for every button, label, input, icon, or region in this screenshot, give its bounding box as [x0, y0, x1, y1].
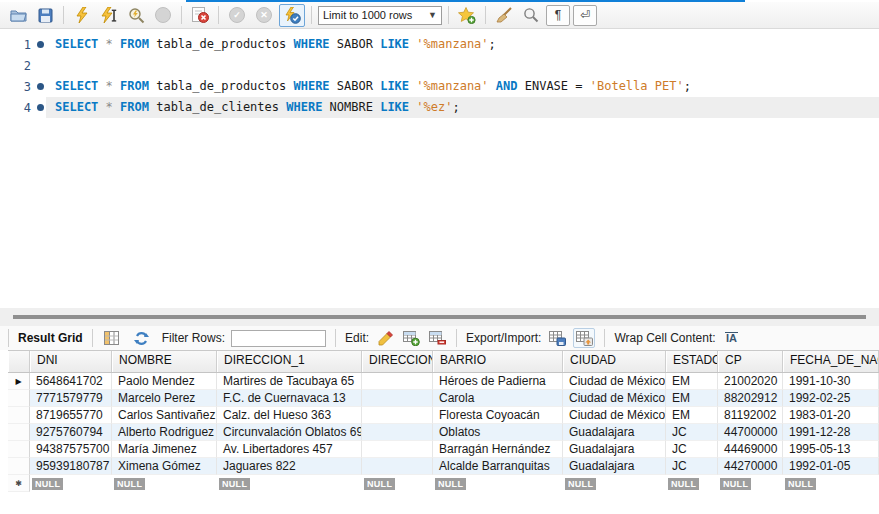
table-cell[interactable]: Ciudad de México	[563, 373, 666, 390]
table-cell[interactable]	[362, 373, 433, 390]
commit-button[interactable]: ✓	[225, 5, 249, 26]
table-cell[interactable]: JC	[666, 458, 718, 475]
stop-query-button[interactable]	[151, 5, 175, 26]
table-row[interactable]: 9275760794Alberto RodriguezCircunvalació…	[8, 424, 879, 441]
editor-line-text[interactable]	[46, 55, 879, 76]
table-cell[interactable]: NULL	[362, 475, 433, 492]
table-cell[interactable]: 1995-05-13	[783, 441, 879, 458]
grid-view-icon[interactable]	[102, 329, 122, 347]
table-cell[interactable]: Jaguares 822	[217, 458, 362, 475]
table-cell[interactable]: NULL	[433, 475, 563, 492]
table-cell[interactable]: Alcalde Barranquitas	[433, 458, 563, 475]
table-cell[interactable]: 1983-01-20	[783, 407, 879, 424]
refresh-icon[interactable]	[132, 329, 152, 347]
table-cell[interactable]: Héroes de Padierna	[433, 373, 563, 390]
save-snippet-button[interactable]	[455, 5, 479, 26]
table-cell[interactable]: 94387575700	[30, 441, 112, 458]
table-cell[interactable]: NULL	[30, 475, 112, 492]
table-cell[interactable]: 7771579779	[30, 390, 112, 407]
find-panel-button[interactable]	[519, 5, 543, 26]
table-cell[interactable]: Floresta Coyoacán	[433, 407, 563, 424]
table-cell[interactable]: Guadalajara	[563, 458, 666, 475]
rollback-button[interactable]: ✕	[252, 5, 276, 26]
splitter-handle[interactable]	[13, 315, 866, 319]
table-cell[interactable]: Alberto Rodriguez	[112, 424, 217, 441]
table-cell[interactable]: Martires de Tacubaya 65	[217, 373, 362, 390]
editor-line[interactable]: 1SELECT * FROM tabla_de_productos WHERE …	[0, 34, 879, 55]
table-cell[interactable]: Carola	[433, 390, 563, 407]
table-cell[interactable]: NULL	[666, 475, 718, 492]
table-cell[interactable]: NULL	[563, 475, 666, 492]
table-cell[interactable]: EM	[666, 390, 718, 407]
table-cell[interactable]: NULL	[112, 475, 217, 492]
table-cell[interactable]: F.C. de Cuernavaca 13	[217, 390, 362, 407]
table-cell[interactable]: Ciudad de México	[563, 407, 666, 424]
result-grid-tab-label[interactable]: Result Grid	[18, 331, 83, 345]
import-records-button[interactable]	[573, 328, 595, 348]
table-cell[interactable]: Av. Libertadores 457	[217, 441, 362, 458]
table-cell[interactable]: 5648641702	[30, 373, 112, 390]
editor-line[interactable]: 3SELECT * FROM tabla_de_productos WHERE …	[0, 76, 879, 97]
editor-line[interactable]: 4SELECT * FROM tabla_de_clientes WHERE N…	[0, 97, 879, 118]
table-cell[interactable]: EM	[666, 373, 718, 390]
table-cell[interactable]: Guadalajara	[563, 441, 666, 458]
explain-plan-button[interactable]	[124, 5, 148, 26]
table-cell[interactable]: 21002020	[718, 373, 783, 390]
toggle-stop-on-error-button[interactable]	[188, 5, 212, 26]
table-row[interactable]: 8719655770Carlos SantivañezCalz. del Hue…	[8, 407, 879, 424]
export-recordset-button[interactable]	[547, 329, 567, 347]
save-script-button[interactable]	[33, 5, 57, 26]
table-cell[interactable]: Marcelo Perez	[112, 390, 217, 407]
toggle-wrapping-button[interactable]: ⏎	[573, 5, 597, 26]
table-cell[interactable]: Ciudad de México	[563, 390, 666, 407]
table-row[interactable]: 95939180787Ximena GómezJaguares 822Alcal…	[8, 458, 879, 475]
table-cell[interactable]: 88202912	[718, 390, 783, 407]
sql-editor[interactable]: 1SELECT * FROM tabla_de_productos WHERE …	[0, 29, 879, 308]
table-cell[interactable]: 44469000	[718, 441, 783, 458]
toggle-autocommit-button[interactable]	[279, 4, 305, 27]
table-cell[interactable]: María Jimenez	[112, 441, 217, 458]
edit-record-button[interactable]	[375, 329, 395, 347]
editor-line-text[interactable]: SELECT * FROM tabla_de_clientes WHERE NO…	[46, 97, 879, 118]
table-cell[interactable]: EM	[666, 407, 718, 424]
table-cell[interactable]: 8719655770	[30, 407, 112, 424]
open-sql-script-button[interactable]	[6, 5, 30, 26]
table-cell[interactable]: 1992-02-25	[783, 390, 879, 407]
column-header-cp[interactable]: CP	[718, 351, 783, 372]
table-cell[interactable]: 9275760794	[30, 424, 112, 441]
execute-current-statement-button[interactable]	[97, 5, 121, 26]
column-header-dni[interactable]: DNI	[30, 351, 112, 372]
table-cell[interactable]: NULL	[783, 475, 879, 492]
delete-row-button[interactable]	[427, 329, 447, 347]
table-row[interactable]: 7771579779Marcelo PerezF.C. de Cuernavac…	[8, 390, 879, 407]
table-cell[interactable]	[362, 424, 433, 441]
table-cell[interactable]	[362, 407, 433, 424]
column-header-estado[interactable]: ESTADO	[666, 351, 718, 372]
table-cell[interactable]: Oblatos	[433, 424, 563, 441]
column-header-direccion_1[interactable]: DIRECCION_1	[217, 351, 362, 372]
table-row[interactable]: ▶5648641702Paolo MendezMartires de Tacub…	[8, 373, 879, 390]
table-cell[interactable]: Carlos Santivañez	[112, 407, 217, 424]
editor-line[interactable]: 2	[0, 55, 879, 76]
table-cell[interactable]: 44270000	[718, 458, 783, 475]
wrap-cell-content-toggle[interactable]: IA	[722, 329, 742, 347]
limit-rows-dropdown[interactable]: Limit to 1000 rows ▼	[318, 6, 442, 25]
editor-line-text[interactable]: SELECT * FROM tabla_de_productos WHERE S…	[46, 34, 879, 55]
table-cell[interactable]: 1992-01-05	[783, 458, 879, 475]
table-cell[interactable]: 81192002	[718, 407, 783, 424]
column-header-barrio[interactable]: BARRIO	[433, 351, 563, 372]
show-invisibles-button[interactable]: ¶	[546, 5, 570, 26]
table-cell[interactable]: 1991-10-30	[783, 373, 879, 390]
panel-splitter[interactable]	[0, 308, 879, 326]
table-cell[interactable]	[362, 458, 433, 475]
table-cell[interactable]: JC	[666, 441, 718, 458]
column-header-nombre[interactable]: NOMBRE	[112, 351, 217, 372]
table-cell[interactable]	[362, 390, 433, 407]
insert-row-button[interactable]	[401, 329, 421, 347]
new-row-placeholder[interactable]: ✱NULLNULLNULLNULLNULLNULLNULLNULLNULL	[8, 475, 879, 492]
table-cell[interactable]: 95939180787	[30, 458, 112, 475]
table-cell[interactable]: Ximena Gómez	[112, 458, 217, 475]
column-header-direccion_2[interactable]: DIRECCION_2	[362, 351, 433, 372]
filter-rows-input[interactable]	[231, 330, 326, 347]
table-cell[interactable]: 44700000	[718, 424, 783, 441]
